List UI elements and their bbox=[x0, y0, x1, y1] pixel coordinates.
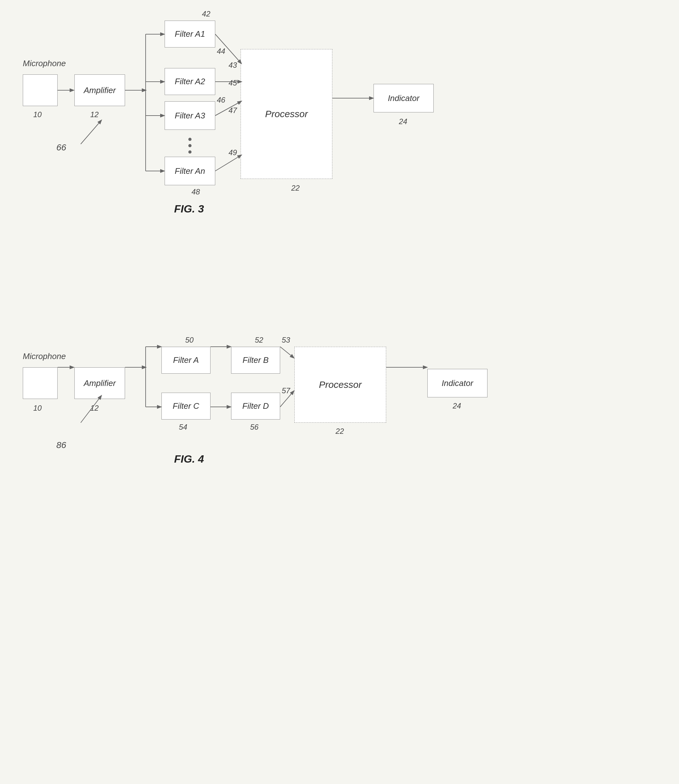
fig3-filterA2-box: Filter A2 bbox=[164, 68, 215, 95]
fig3-filterA1-box: Filter A1 bbox=[164, 20, 215, 47]
fig4-microphone-box bbox=[23, 367, 58, 399]
fig3-filterAn-box: Filter An bbox=[164, 157, 215, 185]
svg-line-23 bbox=[280, 347, 294, 358]
fig3-arrows bbox=[0, 0, 679, 253]
fig4-processor-ref: 22 bbox=[336, 427, 344, 436]
fig3-indicator-box: Indicator bbox=[374, 84, 434, 113]
fig3-filterA1-top-ref: 42 bbox=[202, 9, 211, 18]
fig4-filterA-ref: 50 bbox=[185, 336, 194, 344]
fig4-indicator-box: Indicator bbox=[427, 369, 488, 397]
fig3-filterA2-bot-ref: 46 bbox=[217, 95, 225, 105]
fig3-filterAn-ref: 48 bbox=[191, 188, 200, 196]
fig3-filterA3-ref: 47 bbox=[228, 106, 237, 115]
fig3-microphone-box bbox=[23, 74, 58, 106]
fig4-amplifier-ref: 12 bbox=[90, 404, 99, 413]
fig3-amplifier-box: Amplifier bbox=[74, 74, 125, 106]
fig4-filterC-box: Filter C bbox=[161, 393, 211, 419]
fig4-microphone-ref: 10 bbox=[33, 404, 42, 413]
svg-point-15 bbox=[188, 150, 191, 153]
fig3-microphone-ref: 10 bbox=[33, 110, 42, 119]
fig4-filterB-ref: 52 bbox=[255, 336, 263, 344]
fig4-title: FIG. 4 bbox=[174, 453, 204, 465]
fig3-filterAn-out-ref: 49 bbox=[228, 148, 237, 157]
fig4-indicator-ref: 24 bbox=[453, 402, 461, 410]
fig4-amplifier-box: Amplifier bbox=[74, 367, 125, 399]
fig4-filterB-box: Filter B bbox=[231, 347, 280, 374]
fig3-title: FIG. 3 bbox=[174, 203, 204, 215]
fig3-filterA3-box: Filter A3 bbox=[164, 101, 215, 130]
fig4-microphone-label: Microphone bbox=[23, 352, 66, 361]
svg-line-12 bbox=[81, 120, 101, 144]
fig4-filterB-out-ref: 53 bbox=[282, 336, 290, 344]
fig4-filterD-ref: 56 bbox=[250, 423, 259, 432]
fig4-filterD-out-ref: 57 bbox=[282, 386, 290, 395]
fig3-bus-ref: 66 bbox=[56, 142, 66, 153]
svg-point-13 bbox=[188, 138, 191, 141]
fig4-filterA-box: Filter A bbox=[161, 347, 211, 374]
fig4-filterD-box: Filter D bbox=[231, 393, 280, 419]
fig3-processor-box: Processor bbox=[241, 49, 332, 179]
fig4-filterC-ref: 54 bbox=[179, 423, 188, 432]
page: Microphone 10 Amplifier 12 Filter A1 42 … bbox=[0, 0, 679, 784]
fig3-filterA2-top-ref: 43 bbox=[228, 61, 237, 70]
fig4-processor-box: Processor bbox=[294, 347, 386, 423]
svg-line-10 bbox=[215, 155, 241, 171]
fig3-indicator-ref: 24 bbox=[399, 117, 407, 126]
fig3-filterA2-right-ref: 45 bbox=[228, 78, 237, 88]
fig4-bus-ref: 86 bbox=[56, 440, 66, 450]
fig3-amplifier-ref: 12 bbox=[90, 110, 99, 119]
svg-point-14 bbox=[188, 144, 191, 147]
fig3-filterA1-bot-ref: 44 bbox=[217, 47, 225, 56]
fig3-microphone-label: Microphone bbox=[23, 59, 66, 68]
fig3-processor-ref: 22 bbox=[291, 184, 300, 192]
